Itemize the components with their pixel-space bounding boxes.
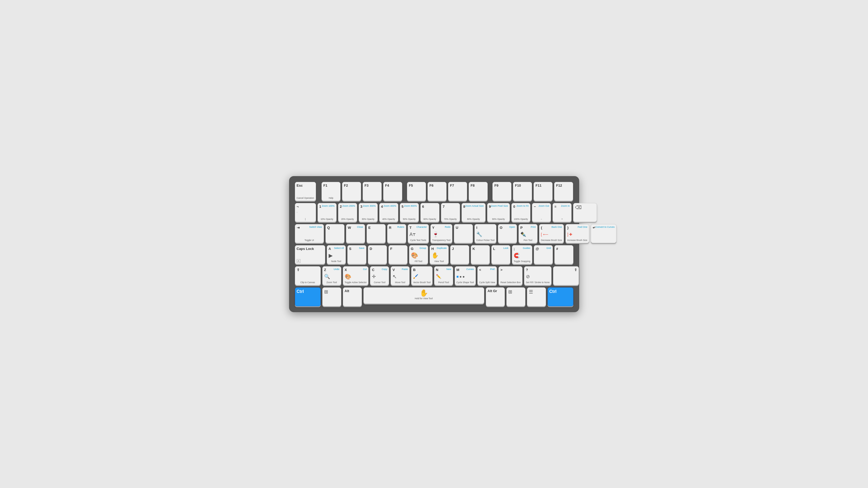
key-8[interactable]: 8 Zoom Actual Size 80% Opacity — [462, 203, 486, 222]
key-t[interactable]: T Character Aᴛ Cycle Text Tools — [408, 224, 429, 243]
key-h[interactable]: H Duplicate ✋ View Tool — [430, 245, 448, 264]
key-2[interactable]: 2 Zoom 200% 20% Opacity — [338, 203, 357, 222]
key-backquote[interactable]: ¬ ` | — [295, 203, 316, 222]
key-menu[interactable]: ☰ — [527, 287, 546, 306]
key-x-label: X — [345, 268, 347, 272]
key-semicolon[interactable]: ; Guides 🧲 Toggle Snapping — [512, 245, 532, 264]
key-2-sublabel: Zoom 200% — [342, 204, 355, 209]
key-3[interactable]: 3 Zoom 300% 30% Opacity — [359, 203, 378, 222]
key-f8[interactable]: F8 — [469, 182, 488, 201]
key-x-icon: 🎨 — [345, 273, 351, 280]
key-bracket-r[interactable]: } Fwd One ] ✚ Increase Brush Size — [565, 224, 589, 243]
key-f7[interactable]: F7 — [448, 182, 467, 201]
key-t-bottom: Cycle Text Tools — [410, 239, 427, 241]
key-l[interactable]: L Lock — [491, 245, 510, 264]
key-enter[interactable]: ↵ Convert to Curves — [591, 224, 617, 243]
key-f2[interactable]: F2 — [342, 182, 361, 201]
key-w[interactable]: W Close — [346, 224, 365, 243]
key-alt-gr[interactable]: Alt Gr — [486, 287, 505, 306]
key-f-label: F — [390, 247, 393, 251]
key-alt-l-label: Alt — [345, 289, 349, 293]
key-j[interactable]: J — [450, 245, 469, 264]
key-p-bottom: Pen Tool — [520, 239, 536, 241]
key-quote[interactable]: @ Grid — [534, 245, 553, 264]
key-comma-label: < — [479, 268, 482, 272]
key-6[interactable]: 6 60% Opacity — [421, 203, 439, 222]
key-f3[interactable]: F3 — [363, 182, 382, 201]
key-y[interactable]: Y Redo 🍷 Transparency Tool — [430, 224, 452, 243]
key-tab[interactable]: ⇥ Switch View Toggle UI — [295, 224, 324, 243]
key-backspace-icon: ⌫ — [575, 204, 582, 210]
key-g[interactable]: G Group 🎨 Fill Tool — [409, 245, 428, 264]
key-a-bottom: Node Tool — [329, 260, 344, 263]
key-c-top: C Copy — [372, 268, 387, 272]
key-equals[interactable]: = Zoom In + — [553, 203, 571, 222]
key-ctrl-r[interactable]: Ctrl — [548, 287, 574, 306]
key-minus-top: − Zoom Out — [534, 204, 549, 209]
key-i[interactable]: I 🔧 Colour Picker Tool — [474, 224, 496, 243]
key-9[interactable]: 9 Zoom Pixel Size 90% Opacity — [487, 203, 510, 222]
key-esc[interactable]: Esc Cancel Operation — [295, 182, 316, 201]
key-x[interactable]: X Cut 🎨 Toggle Active Selector — [343, 266, 369, 285]
key-caps-icon: A — [297, 259, 301, 263]
key-f11[interactable]: F11 — [533, 182, 553, 201]
key-5[interactable]: 5 Zoom 800% 50% Opacity — [400, 203, 419, 222]
key-period[interactable]: > Reset Selection Box — [498, 266, 523, 285]
key-v[interactable]: V Paste ↖ Move Tool — [391, 266, 410, 285]
key-backspace[interactable]: ⌫ — [573, 203, 597, 222]
key-win-r[interactable]: ⊞ — [506, 287, 525, 306]
key-0-top: 0 Zoom to Fit — [513, 204, 529, 209]
key-f2-label: F2 — [344, 184, 348, 188]
key-f4[interactable]: F4 — [383, 182, 402, 201]
key-bracket-l-icon: [ ⟵ — [541, 232, 548, 236]
key-a-sublabel: Select All — [334, 247, 344, 251]
key-s[interactable]: S Save — [347, 245, 366, 264]
key-win-l[interactable]: ⊞ — [322, 287, 341, 306]
key-p[interactable]: P Print ✒️ Pen Tool — [519, 224, 537, 243]
key-hash[interactable]: # — [554, 245, 574, 264]
key-k[interactable]: K — [471, 245, 490, 264]
key-t-label: T — [410, 226, 412, 230]
key-q[interactable]: Q — [326, 224, 344, 243]
key-minus[interactable]: − Zoom Out − — [532, 203, 551, 222]
key-f10[interactable]: F10 — [513, 182, 532, 201]
key-d[interactable]: D — [368, 245, 387, 264]
key-b[interactable]: B 🖌️ Vector Brush Tool — [411, 266, 432, 285]
key-space[interactable]: ✋ Hold for View Tool — [364, 287, 484, 304]
key-o[interactable]: O Open — [498, 224, 517, 243]
key-n[interactable]: N New ✏️ Pencil Tool — [434, 266, 453, 285]
key-a[interactable]: A Select All ▶ Node Tool — [327, 245, 346, 264]
key-4[interactable]: 4 Zoom 400% 40% Opacity — [379, 203, 398, 222]
key-c[interactable]: C Copy ✛ Corner Tool — [370, 266, 389, 285]
key-f6[interactable]: F6 — [428, 182, 446, 201]
key-slash[interactable]: ? ⊘ Set Fill / Stroke to None — [524, 266, 552, 285]
key-e[interactable]: E — [367, 224, 385, 243]
key-caps[interactable]: Caps Lock A — [295, 245, 325, 264]
key-backquote-label: ¬ — [297, 204, 299, 209]
key-comma[interactable]: < Pref. Cycle Split View — [477, 266, 497, 285]
key-f1[interactable]: F1 Help — [321, 182, 341, 201]
key-shift-l[interactable]: ⇧ Clip to Canvas — [295, 266, 321, 285]
key-esc-bottom: Cancel Operation — [297, 197, 314, 199]
key-alt-l[interactable]: Alt — [343, 287, 362, 306]
key-z[interactable]: Z Undo 🔍 Zoom Tool — [322, 266, 341, 285]
key-1[interactable]: 1 Zoom 100% 10% Opacity — [317, 203, 337, 222]
key-ctrl-l[interactable]: Ctrl — [295, 287, 321, 306]
key-7[interactable]: 7 70% Opacity — [441, 203, 460, 222]
key-m[interactable]: M Curves ■●● Cycle Shape Tool — [455, 266, 476, 285]
key-space-content: ✋ Hold for View Tool — [365, 289, 483, 300]
key-shift-r[interactable]: ⇧ — [553, 266, 579, 285]
key-0[interactable]: 0 Zoom to Fit 100% Opacity — [512, 203, 530, 222]
key-f9[interactable]: F9 — [492, 182, 512, 201]
key-q-label: Q — [327, 226, 330, 230]
key-f5[interactable]: F5 — [407, 182, 426, 201]
key-y-sublabel: Redo — [445, 226, 451, 230]
key-3-top: 3 Zoom 300% — [361, 204, 376, 209]
key-f[interactable]: F — [389, 245, 407, 264]
key-o-label: O — [500, 226, 502, 230]
key-f12[interactable]: F12 — [554, 182, 573, 201]
key-r[interactable]: R Rulers — [387, 224, 406, 243]
key-u[interactable]: U — [454, 224, 473, 243]
key-h-bottom: View Tool — [432, 260, 447, 263]
key-bracket-l[interactable]: { Back One [ ⟵ Decrease Brush Size — [539, 224, 564, 243]
